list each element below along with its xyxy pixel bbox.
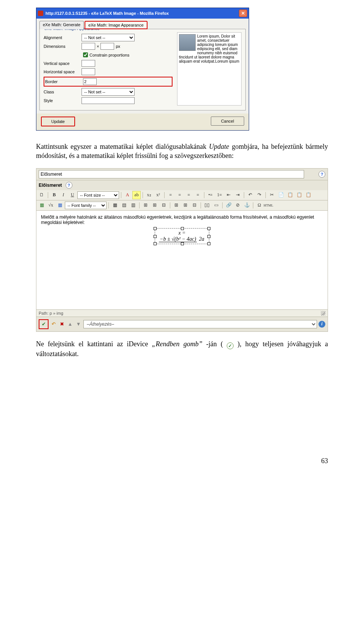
- preview-image-icon: [179, 34, 196, 51]
- class-select[interactable]: -- Not set --: [82, 88, 135, 96]
- align-center-button[interactable]: ≡: [176, 191, 184, 199]
- number-list-button[interactable]: 1≡: [215, 191, 224, 199]
- alignment-preview: Lorem ipsum, Dolor sit amet, consectetue…: [177, 32, 242, 106]
- redo-button[interactable]: ↷: [255, 191, 264, 199]
- newdoc-icon[interactable]: 🗋: [38, 191, 46, 199]
- idevice-action-bar: ✔ ↶ ✖ ▲ ▼ –Áthelyezés– i: [36, 317, 328, 332]
- paragraph-1: Kattintsunk egyszer a matematikai képlet…: [36, 142, 328, 161]
- media-button[interactable]: ▦: [56, 201, 64, 210]
- cancel-button[interactable]: Cancel: [211, 117, 244, 126]
- help-icon[interactable]: ?: [66, 182, 72, 189]
- editor-toolbar-row2: ▦ √x ▦ -- Font family -- ▦ ▤ ▥ ⊞ ⊞ ⊟ ⊞ ⊞…: [36, 200, 328, 211]
- delete-row-button[interactable]: ⊟: [160, 201, 168, 210]
- merge-cells-button[interactable]: ▭: [212, 201, 220, 210]
- close-button[interactable]: ✕: [239, 9, 247, 17]
- paste-button[interactable]: 📋: [286, 191, 294, 199]
- undo-edits-button[interactable]: ↶: [50, 321, 57, 328]
- table-button[interactable]: ▦: [111, 201, 119, 210]
- px-label: px: [116, 44, 120, 49]
- bullet-list-button[interactable]: •≡: [206, 191, 215, 199]
- resize-grip-icon[interactable]: [321, 311, 325, 315]
- update-button[interactable]: Update: [41, 117, 75, 126]
- height-input[interactable]: [100, 43, 114, 50]
- vspace-input[interactable]: [82, 60, 95, 67]
- link-button[interactable]: 🔗: [224, 201, 233, 210]
- align-right-button[interactable]: ≡: [185, 191, 193, 199]
- table-cell-props-button[interactable]: ▥: [129, 201, 137, 210]
- row-after-button[interactable]: ⊞: [151, 201, 159, 210]
- editor-content-area[interactable]: Mielőtt a mélyére hatolnánk az általános…: [36, 211, 328, 310]
- indent-button[interactable]: ⇥: [234, 191, 242, 199]
- border-input[interactable]: [83, 78, 97, 85]
- editor-path-bar: Path: p » img: [36, 310, 328, 317]
- section-label: Előismeret: [39, 183, 62, 188]
- window-title: http://127.0.0.1:51235 - eXe LaTeX Math …: [46, 11, 169, 16]
- delete-col-button[interactable]: ⊟: [190, 201, 199, 210]
- align-left-button[interactable]: ≡: [166, 191, 175, 199]
- page-number: 63: [36, 457, 328, 465]
- undo-button[interactable]: ↶: [246, 191, 254, 199]
- font-size-select[interactable]: -- Font size --: [77, 191, 119, 199]
- anchor-button[interactable]: ⚓: [243, 201, 251, 210]
- align-justify-button[interactable]: ≡: [194, 191, 202, 199]
- label-hspace: Horizontal space: [44, 69, 82, 74]
- delete-button[interactable]: ✖: [58, 321, 65, 328]
- backcolor-button[interactable]: ab: [132, 191, 141, 199]
- col-after-button[interactable]: ⊞: [181, 201, 190, 210]
- split-cells-button[interactable]: ▯▯: [203, 201, 211, 210]
- col-before-button[interactable]: ⊞: [172, 201, 180, 210]
- label-dimensions: Dimensions: [44, 44, 82, 49]
- label-style: Style: [44, 98, 82, 103]
- move-down-button[interactable]: ▼: [75, 321, 82, 328]
- bold-button[interactable]: B: [50, 191, 58, 199]
- copy-button[interactable]: 📄: [277, 191, 285, 199]
- label-class: Class: [44, 90, 82, 94]
- help-icon[interactable]: ?: [318, 171, 325, 178]
- subscript-button[interactable]: x₂: [145, 191, 153, 199]
- cut-button[interactable]: ✂: [268, 191, 276, 199]
- hspace-input[interactable]: [82, 68, 95, 75]
- image-appearance-fieldset: eXe Math: Image Appearance Alignment -- …: [39, 29, 246, 110]
- forecolor-button[interactable]: A: [123, 191, 132, 199]
- superscript-button[interactable]: x²: [154, 191, 162, 199]
- paste-word-button[interactable]: 📋: [304, 191, 312, 199]
- window-titlebar[interactable]: http://127.0.0.1:51235 - eXe LaTeX Math …: [36, 8, 249, 19]
- constrain-checkbox[interactable]: [83, 52, 88, 57]
- font-family-select[interactable]: -- Font family --: [65, 202, 107, 209]
- alignment-select[interactable]: -- Not set --: [82, 34, 135, 41]
- italic-button[interactable]: I: [59, 191, 67, 199]
- style-input[interactable]: [82, 97, 135, 104]
- charmap-button[interactable]: Ω: [255, 201, 264, 210]
- image-button[interactable]: ▦: [38, 201, 46, 210]
- times-symbol: ×: [97, 44, 99, 49]
- move-up-button[interactable]: ▲: [67, 321, 74, 328]
- idevice-editor: ? Előismeret ? 🗋 B I U -- Font size -- A…: [36, 168, 328, 332]
- idevice-title-input[interactable]: [39, 170, 304, 178]
- tab-image-appearance[interactable]: eXe Math: Image Appearance: [85, 21, 147, 29]
- unlink-button[interactable]: ⊘: [234, 201, 242, 210]
- info-icon[interactable]: i: [318, 321, 325, 328]
- paste-text-button[interactable]: 📋: [295, 191, 303, 199]
- checkmark-icon: ✓: [227, 342, 234, 349]
- close-icon: ✕: [241, 11, 245, 16]
- ok-button[interactable]: ✔: [40, 321, 47, 328]
- label-border: Border: [45, 79, 83, 84]
- table-row-props-button[interactable]: ▤: [120, 201, 128, 210]
- move-to-select[interactable]: –Áthelyezés–: [83, 320, 317, 328]
- underline-button[interactable]: U: [68, 191, 77, 199]
- math-formula-image[interactable]: x = −b ± √(b² − 4ac) 2a: [155, 228, 209, 244]
- firefox-favicon-icon: [38, 11, 43, 16]
- latex-math-dialog: http://127.0.0.1:51235 - eXe LaTeX Math …: [36, 8, 249, 131]
- label-constrain: Constrain proportions: [89, 53, 129, 57]
- tab-generate[interactable]: eXe Math: Generate: [39, 21, 84, 29]
- label-alignment: Alignment: [44, 35, 82, 40]
- outdent-button[interactable]: ⇤: [224, 191, 233, 199]
- label-vspace: Vertical space: [44, 61, 82, 66]
- html-source-button[interactable]: HTML: [264, 201, 273, 210]
- paragraph-2: Ne felejtsünk el kattintani az iDevice „…: [36, 339, 328, 358]
- width-input[interactable]: [82, 43, 95, 50]
- editor-text: Mielőtt a mélyére hatolnánk az általános…: [41, 214, 323, 225]
- editor-path: Path: p » img: [39, 311, 63, 315]
- math-button[interactable]: √x: [47, 201, 55, 210]
- row-before-button[interactable]: ⊞: [141, 201, 150, 210]
